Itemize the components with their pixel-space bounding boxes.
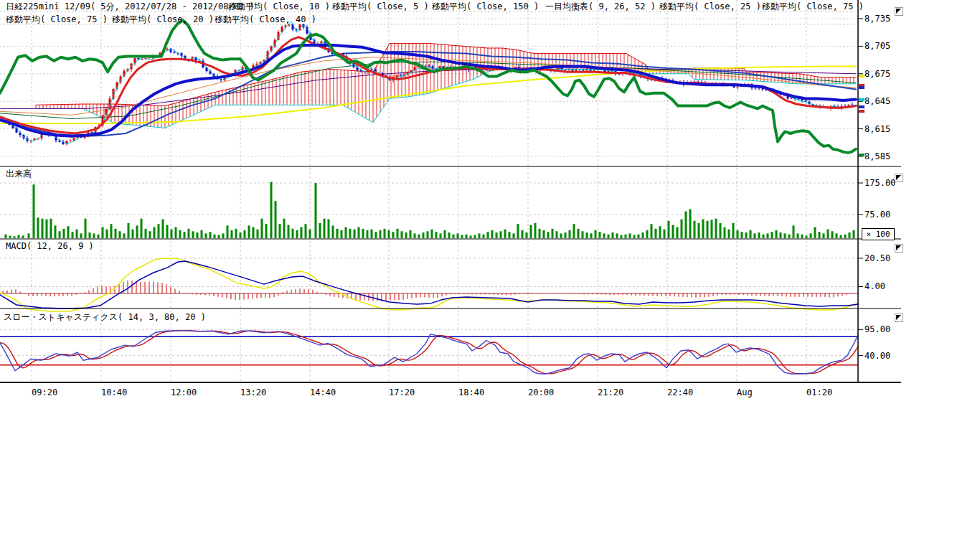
pane-collapse-button-2[interactable]: [895, 244, 903, 253]
legend-item-row2-1[interactable]: 移動平均( Close, 20 ): [112, 14, 214, 24]
collapse-arrow-icon: [896, 315, 901, 320]
legend-item-row2-2[interactable]: 移動平均( Close, 40 ): [215, 14, 316, 24]
x-tick-09:20: 09:20: [32, 388, 57, 397]
price-ytick-8,735: 8,735: [864, 14, 890, 23]
x-tick-14:40: 14:40: [310, 388, 336, 397]
x-tick-Aug: Aug: [737, 388, 753, 397]
legend-item-row1-2[interactable]: 移動平均( Close, 5 ): [332, 1, 429, 11]
legend-item-row1-5[interactable]: 移動平均( Close, 25 ): [659, 1, 761, 11]
volume-multiplier-box: × 100: [862, 228, 895, 240]
price-ytick-8,705: 8,705: [864, 42, 890, 50]
x-tick-13:20: 13:20: [240, 388, 266, 397]
x-tick-22:40: 22:40: [667, 388, 693, 397]
collapse-arrow-icon: [896, 245, 901, 250]
chart-canvas[interactable]: [0, 0, 980, 551]
collapse-arrow-icon: [896, 9, 901, 14]
macd-ytick-20.50: 20.50: [864, 254, 890, 263]
x-tick-20:00: 20:00: [528, 388, 554, 397]
stoch-ytick-95.00: 95.00: [864, 325, 890, 334]
collapse-arrow-icon: [896, 175, 901, 180]
price-ytick-8,615: 8,615: [864, 125, 890, 133]
volume-ytick-75.00: 75.00: [864, 210, 890, 219]
pane-collapse-button-3[interactable]: [895, 314, 903, 322]
price-ytick-8,645: 8,645: [864, 97, 890, 105]
pane-collapse-button-1[interactable]: [895, 174, 903, 182]
x-tick-18:40: 18:40: [458, 388, 484, 397]
stoch-ytick-40.00: 40.00: [864, 352, 890, 360]
volume-pane-title: 出来高: [6, 169, 32, 178]
macd-pane-title: MACD( 12, 26, 9 ): [6, 242, 94, 250]
legend-item-row1-6[interactable]: 移動平均( Close, 75 ): [762, 1, 864, 11]
x-tick-12:00: 12:00: [171, 388, 197, 397]
legend-item-row1-1[interactable]: 移動平均( Close, 10 ): [228, 1, 330, 11]
legend-item-row1-4[interactable]: 一目均衡表( 9, 26, 52 ): [545, 1, 656, 11]
x-tick-21:20: 21:20: [598, 388, 623, 397]
legend-item-row2-0[interactable]: 移動平均( Close, 75 ): [6, 14, 108, 24]
x-tick-01:20: 01:20: [806, 388, 832, 397]
price-ytick-8,675: 8,675: [864, 70, 890, 78]
volume-ytick-175.00: 175.00: [864, 179, 895, 187]
legend-item-row1-0[interactable]: 日経225mini 12/09( 5分, 2012/07/28 - 2012/0…: [6, 1, 255, 11]
macd-ytick-4.00: 4.00: [864, 282, 885, 291]
stoch-pane-title: スロー・ストキャスティクス( 14, 3, 80, 20 ): [4, 313, 206, 321]
legend-item-row1-3[interactable]: 移動平均( Close, 150 ): [432, 1, 539, 11]
x-tick-17:20: 17:20: [389, 388, 415, 397]
x-tick-10:40: 10:40: [101, 388, 127, 397]
pane-collapse-button-0[interactable]: [895, 7, 903, 16]
price-ytick-8,585: 8,585: [864, 152, 890, 161]
chart-window: 日経225mini 12/09( 5分, 2012/07/28 - 2012/0…: [0, 0, 980, 551]
